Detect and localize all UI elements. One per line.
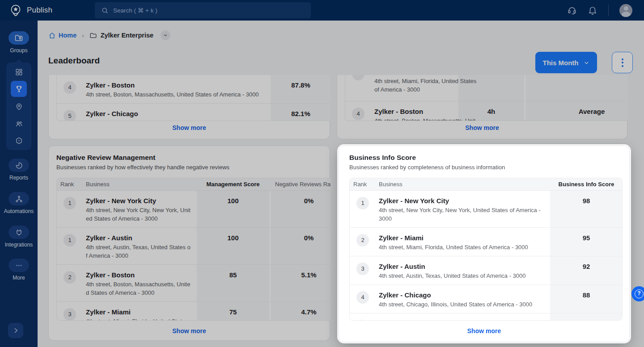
- search-placeholder: Search ( ⌘ + k ): [113, 7, 157, 14]
- sidebar-item-automations[interactable]: Automations: [0, 192, 38, 214]
- show-more-link[interactable]: Show more: [49, 124, 330, 131]
- table-row: 3Zylker - Austin4th street, Austin, Texa…: [350, 256, 622, 285]
- reports-pie-icon: [15, 161, 23, 170]
- more-options-button[interactable]: [612, 52, 633, 73]
- breadcrumb-dropdown-button[interactable]: [161, 30, 170, 40]
- column-header: Business: [86, 178, 110, 190]
- sidebar-item-more[interactable]: More: [0, 259, 38, 281]
- score-value: 100: [197, 233, 269, 243]
- table-row: 4Zylker - Boston4th street, Boston, Mass…: [345, 101, 628, 121]
- card-title: Negative Review Management: [49, 146, 330, 162]
- score-value: 100: [197, 196, 269, 206]
- score-value: 85: [550, 319, 622, 320]
- column-header: Management Score: [197, 178, 269, 190]
- table-row: 5Zylker - Chicago82.1%: [57, 104, 330, 121]
- business-address: 4th street, Miami, Florida, United State…: [86, 317, 191, 320]
- rank-badge: 4: [64, 81, 76, 94]
- score-value: Average: [540, 107, 628, 117]
- support-headset-icon[interactable]: [567, 5, 577, 15]
- score-value: 0%: [279, 233, 330, 243]
- integrations-plug-icon: [15, 228, 23, 237]
- team-people-icon[interactable]: [11, 116, 27, 132]
- score-value: 0%: [279, 196, 330, 206]
- breadcrumb-current[interactable]: Zylker Enterprise: [89, 32, 153, 39]
- help-button[interactable]: ?: [631, 286, 644, 301]
- score-value: 4h: [458, 107, 524, 117]
- score-value: 87.8%: [271, 80, 330, 90]
- table-row: 2Zylker - Boston4th street, Boston, Mass…: [57, 265, 330, 302]
- score-value: 75: [197, 307, 269, 317]
- show-more-link[interactable]: Show more: [49, 327, 330, 334]
- topbar-divider: [608, 4, 609, 16]
- rank-badge: 3: [64, 308, 76, 320]
- business-info-score-card: Business Info Score Businesses ranked by…: [339, 146, 630, 342]
- search-input[interactable]: Search ( ⌘ + k ): [95, 2, 311, 18]
- card-subtitle: Businesses ranked by completeness of bus…: [339, 162, 629, 171]
- business-address: 4th street, Boston, Massachusetts, Unite…: [86, 280, 191, 297]
- score-value: 4.7%: [279, 307, 330, 317]
- business-address: 4th street, New York City, New York, Uni…: [86, 206, 191, 223]
- negative-review-management-card: Negative Review Management Businesses ra…: [48, 146, 330, 341]
- audit-hexagon-icon[interactable]: [11, 133, 27, 149]
- dashboard-icon[interactable]: [11, 64, 27, 80]
- cards-viewport: 4Zylker - Boston4th street, Boston, Mass…: [48, 75, 644, 347]
- breadcrumb-home-link[interactable]: Home: [48, 32, 76, 39]
- page-title: Leaderboard: [48, 56, 100, 66]
- breadcrumb: Home › Zylker Enterprise: [48, 30, 170, 40]
- column-header: Negative Reviews Ratio: [275, 178, 330, 190]
- rank-badge: 1: [356, 197, 369, 209]
- rank-badge: 1: [64, 197, 76, 209]
- column-header: Rank: [60, 178, 74, 190]
- score-value: 85: [197, 270, 269, 280]
- rank-badge: 2: [64, 271, 76, 284]
- show-more-link[interactable]: Show more: [337, 124, 627, 131]
- show-more-link[interactable]: Show more: [339, 327, 629, 334]
- table-row: 1Zylker - Austin4th street, Austin, Texa…: [57, 228, 330, 265]
- column-header: Business Info Score: [550, 178, 623, 190]
- automations-flow-icon: [15, 195, 23, 203]
- table-row: 4Zylker - Boston4th street, Boston, Mass…: [57, 75, 330, 104]
- groups-submenu: [6, 63, 31, 150]
- business-address: 4th street, Austin, Texas, United States…: [86, 243, 191, 260]
- sidebar-expand-button[interactable]: [8, 323, 23, 338]
- period-dropdown-button[interactable]: This Month: [535, 52, 597, 73]
- score-value: 88: [550, 290, 622, 300]
- search-icon: [101, 7, 109, 14]
- score-value: 95: [550, 233, 622, 243]
- leaderboard-trophy-icon[interactable]: [11, 81, 27, 97]
- table-row: 2Zylker - Miami4th street, Miami, Florid…: [350, 228, 622, 256]
- sidebar-item-groups[interactable]: Groups: [0, 31, 38, 54]
- locations-pin-icon[interactable]: [11, 98, 27, 114]
- leaderboard-card-clipped-right: 4th street, Miami, Florida, United State…: [337, 75, 627, 139]
- column-header: Business: [379, 178, 402, 190]
- business-address: 4th street, Boston, Massachusetts, Unite…: [374, 117, 478, 121]
- business-address: 4th street, Boston, Massachusetts, Unite…: [86, 90, 283, 99]
- table-row: 4Zylker - Chicago4th street, Chicago, Il…: [350, 285, 622, 314]
- rank-badge: 5: [64, 110, 76, 121]
- sidebar-label-more: More: [13, 275, 25, 281]
- rank-badge: 5: [356, 320, 369, 320]
- notifications-bell-icon[interactable]: [588, 5, 597, 15]
- breadcrumb-separator: ›: [80, 32, 85, 39]
- score-value: 92: [550, 262, 622, 272]
- score-value: 82.1%: [271, 109, 330, 119]
- rank-badge: 4: [352, 108, 364, 120]
- more-dots-icon: [15, 261, 23, 270]
- sidebar: Groups: [0, 21, 38, 347]
- column-header: Rank: [353, 178, 367, 190]
- avatar[interactable]: [619, 4, 632, 17]
- main-content: Home › Zylker Enterprise Leaderboard Thi…: [38, 21, 644, 347]
- sidebar-label-integrations: Integrations: [5, 242, 33, 248]
- rank-badge: [352, 75, 364, 80]
- sidebar-label-automations: Automations: [4, 208, 34, 214]
- sidebar-label-groups: Groups: [10, 47, 27, 54]
- table-row: 5Zylker - Boston85: [350, 314, 622, 320]
- card-subtitle: Businesses ranked by how effectively the…: [49, 162, 330, 171]
- sidebar-item-reports[interactable]: Reports: [0, 159, 38, 181]
- business-address: 4th street, Chicago, Illinois, United St…: [379, 300, 548, 309]
- business-address: 4th street, New York City, New York, Uni…: [379, 206, 548, 223]
- sidebar-item-integrations[interactable]: Integrations: [0, 226, 38, 248]
- business-address: 4th street, Austin, Texas, United States…: [379, 272, 548, 280]
- table-row: 1Zylker - New York City4th street, New Y…: [57, 191, 330, 228]
- rank-badge: 1: [64, 234, 76, 247]
